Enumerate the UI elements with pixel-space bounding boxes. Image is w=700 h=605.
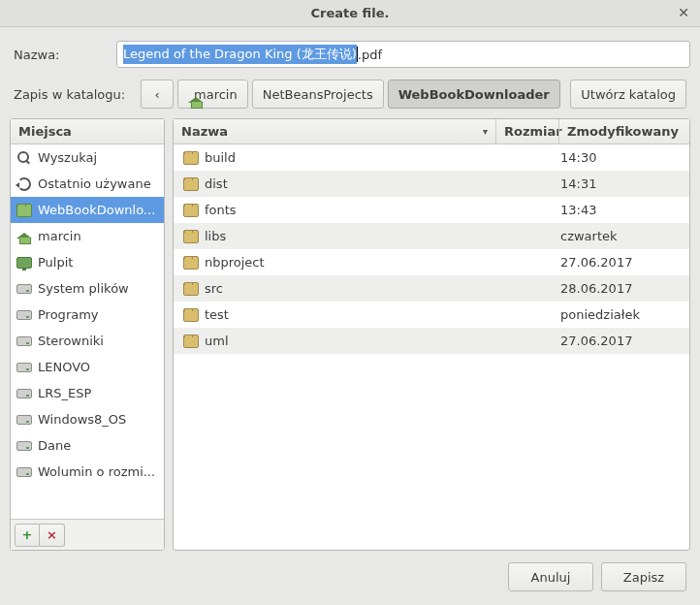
file-row[interactable]: nbproject27.06.2017: [174, 249, 689, 275]
create-folder-button[interactable]: Utwórz katalog: [570, 80, 686, 109]
file-name: src: [205, 281, 223, 296]
save-button[interactable]: Zapisz: [601, 562, 686, 591]
drive-icon: [16, 363, 32, 372]
filelist-panel: Nazwa ▾ Rozmiar Zmodyfikowany build14:30…: [173, 118, 690, 551]
places-item[interactable]: Windows8_OS: [11, 406, 164, 432]
places-item-label: marcin: [38, 229, 160, 243]
filename-extension: .pdf: [358, 48, 382, 62]
places-item[interactable]: Wyszukaj: [11, 144, 164, 171]
filelist-header: Nazwa ▾ Rozmiar Zmodyfikowany: [174, 119, 689, 144]
column-name[interactable]: Nazwa ▾: [174, 119, 495, 143]
drive-icon: [16, 415, 32, 425]
breadcrumb: marcinNetBeansProjectsWebBookDownloader: [177, 80, 564, 109]
path-row: Zapis w katalogu: ‹ marcinNetBeansProjec…: [10, 80, 690, 109]
file-row[interactable]: build14:30: [174, 144, 689, 171]
places-item[interactable]: Dane: [11, 432, 164, 459]
places-item[interactable]: WebBookDownlo...: [11, 197, 164, 223]
file-name: dist: [205, 176, 228, 191]
folder-icon: [183, 308, 199, 322]
path-back-button[interactable]: ‹: [141, 80, 174, 109]
file-modified: czwartek: [555, 229, 685, 243]
breadcrumb-label: NetBeansProjects: [263, 87, 373, 102]
folder-icon: [183, 282, 199, 296]
places-list[interactable]: WyszukajOstatnio używaneWebBookDownlo...…: [11, 144, 164, 519]
cancel-button[interactable]: Anuluj: [508, 562, 593, 591]
places-item[interactable]: System plików: [11, 275, 164, 302]
file-name: test: [205, 307, 229, 322]
file-modified: 27.06.2017: [555, 255, 685, 270]
drive-icon: [16, 284, 32, 294]
name-row: Nazwa: Legend of the Dragon King (龙王传说).…: [10, 41, 690, 68]
drive-icon: [16, 467, 32, 477]
column-size[interactable]: Rozmiar: [495, 119, 558, 143]
places-item[interactable]: Pulpit: [11, 249, 164, 275]
file-modified: 28.06.2017: [555, 281, 685, 296]
folder-icon: [183, 230, 199, 243]
file-row[interactable]: dist14:31: [174, 171, 689, 197]
window-title: Create file.: [311, 6, 390, 20]
desktop-icon: [16, 257, 32, 269]
places-item[interactable]: LRS_ESP: [11, 380, 164, 406]
file-row[interactable]: libsczwartek: [174, 223, 689, 249]
file-row[interactable]: src28.06.2017: [174, 275, 689, 302]
home-icon: [16, 230, 32, 243]
file-row[interactable]: fonts13:43: [174, 197, 689, 223]
places-item-label: Sterowniki: [38, 334, 160, 348]
chevron-left-icon: ‹: [154, 87, 159, 102]
remove-bookmark-button[interactable]: ×: [40, 524, 65, 547]
places-item-label: LENOVO: [38, 360, 160, 374]
file-modified: 14:31: [555, 176, 685, 191]
folder-icon: [183, 334, 199, 348]
name-label: Nazwa:: [10, 48, 116, 62]
main-area: Miejsca WyszukajOstatnio używaneWebBookD…: [10, 118, 690, 551]
places-item-label: Wyszukaj: [38, 150, 160, 165]
breadcrumb-label: WebBookDownloader: [398, 87, 550, 102]
places-header-label: Miejsca: [11, 119, 164, 143]
recent-icon: [17, 177, 31, 191]
breadcrumb-segment[interactable]: WebBookDownloader: [388, 80, 560, 109]
file-row[interactable]: testponiedziałek: [174, 302, 689, 328]
search-icon: [17, 151, 31, 165]
drive-icon: [16, 336, 32, 346]
places-item[interactable]: marcin: [11, 223, 164, 249]
places-item-label: LRS_ESP: [38, 386, 160, 400]
places-item-label: Pulpit: [38, 255, 160, 270]
file-name: nbproject: [205, 255, 265, 270]
places-item[interactable]: Wolumin o rozmi...: [11, 459, 164, 485]
places-panel: Miejsca WyszukajOstatnio używaneWebBookD…: [10, 118, 165, 551]
column-name-label: Nazwa: [181, 124, 228, 139]
filename-selection: Legend of the Dragon King (龙王传说): [123, 45, 357, 64]
file-name: build: [205, 150, 236, 165]
places-item[interactable]: Ostatnio używane: [11, 171, 164, 197]
breadcrumb-segment[interactable]: NetBeansProjects: [252, 80, 384, 109]
places-header[interactable]: Miejsca: [11, 119, 164, 144]
dialog-footer: Anuluj Zapisz: [10, 551, 690, 595]
drive-icon: [16, 310, 32, 320]
file-modified: 13:43: [555, 203, 685, 217]
folder-icon: [183, 204, 199, 217]
dialog-content: Nazwa: Legend of the Dragon King (龙王传说).…: [0, 27, 700, 605]
file-name: libs: [205, 229, 226, 243]
breadcrumb-segment[interactable]: marcin: [177, 80, 248, 109]
filename-input[interactable]: Legend of the Dragon King (龙王传说).pdf: [116, 41, 690, 68]
path-label: Zapis w katalogu:: [10, 87, 141, 102]
places-item-label: Ostatnio używane: [38, 176, 160, 191]
places-item[interactable]: Programy: [11, 302, 164, 328]
close-icon[interactable]: ✕: [675, 4, 692, 21]
add-bookmark-button[interactable]: +: [15, 524, 40, 547]
filelist-body[interactable]: build14:30dist14:31fonts13:43libsczwarte…: [174, 144, 689, 550]
places-item[interactable]: LENOVO: [11, 354, 164, 380]
column-modified[interactable]: Zmodyfikowany: [558, 119, 689, 143]
drive-icon: [16, 441, 32, 451]
file-row[interactable]: uml27.06.2017: [174, 328, 689, 354]
file-name: fonts: [205, 203, 237, 217]
places-item-label: Dane: [38, 438, 160, 453]
places-item-label: Windows8_OS: [38, 412, 160, 427]
file-modified: 14:30: [555, 150, 685, 165]
file-name: uml: [205, 334, 229, 348]
file-modified: poniedziałek: [555, 307, 685, 322]
places-item-label: System plików: [38, 281, 160, 296]
places-item-label: Wolumin o rozmi...: [38, 464, 160, 479]
places-item[interactable]: Sterowniki: [11, 328, 164, 354]
folder-icon: [16, 204, 32, 217]
